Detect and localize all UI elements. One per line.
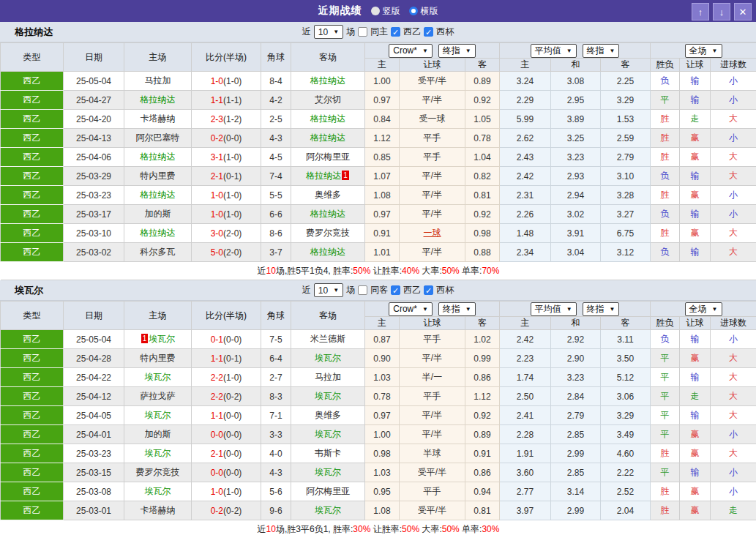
radio-vertical-icon[interactable] [371,7,380,15]
filter-controls: 近10▼场同客✓西乙✓西杯 [302,283,454,297]
team-name-text: 埃瓦尔 [315,391,341,401]
away-odds-cell: 0.78 [465,129,500,148]
checkbox-同客[interactable] [358,285,367,295]
goals-result-cell: 大 [711,368,756,387]
summary-part: 10 [266,524,276,534]
date-cell: 25-03-23 [64,186,124,205]
radio-horizontal-label[interactable]: 横版 [421,5,438,18]
sub-header-和: 和 [551,59,601,72]
team-name-text: 格拉纳达 [141,151,176,162]
avg-draw-cell: 2.95 [551,91,601,110]
header-select-Crow*[interactable]: Crow*▼ [389,302,433,316]
checkbox-label-西乙[interactable]: 西乙 [403,26,421,38]
move-down-button[interactable]: ↓ [713,3,730,20]
score-cell: 0-0(0-0) [192,463,261,482]
handicap-cell: 受平/半 [400,72,465,91]
away-odds-cell: 0.91 [465,444,500,463]
checkbox-label-同客[interactable]: 同客 [370,284,388,296]
team-name-text: 特内里费 [141,353,176,363]
fulltime-score: 3-1 [211,152,223,162]
summary-part: 让胜率: [370,266,402,276]
header-select-平均值[interactable]: 平均值▼ [531,44,577,58]
score-cell: 2-1(0-1) [192,167,261,186]
checkbox-label-同主[interactable]: 同主 [370,26,388,38]
move-up-button[interactable]: ↑ [692,3,709,20]
checkbox-label-西乙[interactable]: 西乙 [403,284,421,296]
radio-horizontal-icon[interactable] [409,7,418,15]
team-name-text: 卡塔赫纳 [141,113,176,124]
home-odds-cell: 0.98 [365,444,400,463]
avg-away-cell: 3.11 [601,330,651,349]
date-cell: 25-05-04 [64,72,124,91]
header-select-终指[interactable]: 终指▼ [438,302,476,316]
home-odds-cell: 0.95 [365,482,400,501]
handicap-cell: 平手 [400,129,465,148]
checkbox-label-西杯[interactable]: 西杯 [436,284,454,296]
avg-away-cell: 3.10 [601,167,651,186]
header-select-终指[interactable]: 终指▼ [583,44,620,58]
fulltime-score: 1-0 [211,190,223,201]
checkbox-label-西杯[interactable]: 西杯 [436,26,454,38]
header-select-全场[interactable]: 全场▼ [685,302,722,316]
checkbox-西乙[interactable]: ✓ [391,285,400,295]
team-name-text: 格拉纳达 [310,113,345,124]
goals-result-cell: 小 [711,186,756,205]
checkbox-西杯[interactable]: ✓ [424,27,433,37]
checkbox-同主[interactable] [358,27,367,37]
handicap-cell: 受平/半 [400,501,465,520]
goals-result-cell: 小 [711,425,756,444]
date-cell: 25-03-02 [64,243,124,262]
checkbox-西杯[interactable]: ✓ [424,285,433,295]
score-cell: 1-0(1-0) [192,205,261,224]
avg-draw-cell: 2.85 [551,425,601,444]
halftime-score: (1-2) [223,114,242,124]
header-select-Crow*[interactable]: Crow*▼ [389,44,433,58]
summary-text: 近10场,胜3平6负1, 胜率:30% 让胜率:50% 大率:50% 单率:30… [1,520,756,535]
home-team-cell: 阿尔巴塞特 [124,129,192,148]
radio-vertical-layout[interactable]: 竖版 [371,5,400,18]
avg-home-cell: 2.42 [500,167,551,186]
outcome-cell: 平 [651,463,680,482]
avg-draw-cell: 3.08 [551,72,601,91]
checkbox-西乙[interactable]: ✓ [391,27,400,37]
away-odds-cell: 0.88 [465,243,500,262]
handicap-cell: 平/半 [400,205,465,224]
red-card-badge: 1 [141,334,149,343]
close-button[interactable]: ✕ [734,3,752,20]
home-odds-cell: 1.00 [365,72,400,91]
home-team-cell: 特内里费 [124,349,192,368]
section-team-name: 埃瓦尔 [15,284,43,297]
handicap-result-cell: 输 [680,167,711,186]
handicap-cell: 一球 [400,224,465,243]
header-group-1: 平均值▼终指▼ [500,302,651,317]
match-count-select[interactable]: 10▼ [314,25,343,39]
avg-home-cell: 2.43 [500,148,551,167]
radio-horizontal-layout[interactable]: 横版 [409,5,438,18]
radio-vertical-label[interactable]: 竖版 [383,5,400,18]
header-select-终指[interactable]: 终指▼ [583,302,620,316]
chevron-down-icon: ▼ [333,287,339,293]
away-team-cell: 艾尔切 [291,91,365,110]
outcome-cell: 平 [651,406,680,425]
sub-header-进球数: 进球数 [711,317,756,330]
league-cell: 西乙 [1,186,64,205]
header-select-终指[interactable]: 终指▼ [438,44,476,58]
handicap-text: 受平/半 [418,467,446,477]
away-team-cell: 阿尔梅里亚 [291,482,365,501]
header-select-平均值[interactable]: 平均值▼ [531,302,577,316]
handicap-cell: 平/半 [400,406,465,425]
fulltime-score: 1-0 [211,76,223,86]
corner-cell: 7-4 [261,167,291,186]
header-group-2: 全场▼ [651,302,756,317]
outcome-cell: 胜 [651,110,680,129]
match-count-select[interactable]: 10▼ [314,283,343,297]
outcome-cell: 胜 [651,482,680,501]
handicap-result-cell: 赢 [680,425,711,444]
avg-away-cell: 1.53 [601,110,651,129]
header-select-全场[interactable]: 全场▼ [685,44,722,58]
home-team-cell: 马拉加 [124,72,192,91]
league-cell: 西乙 [1,224,64,243]
sub-header-主: 主 [500,317,551,330]
avg-away-cell: 2.59 [601,129,651,148]
team-name-text: 埃瓦尔 [145,372,171,382]
